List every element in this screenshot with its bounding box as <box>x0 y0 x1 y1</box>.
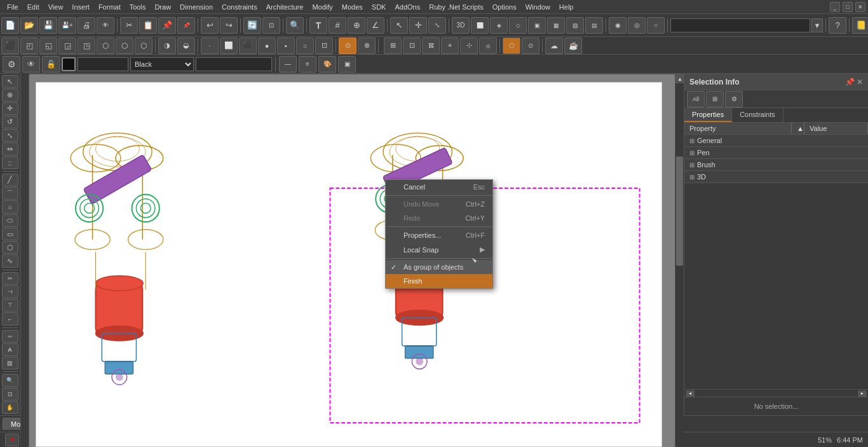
snap2-btn[interactable]: ⊞ <box>384 38 402 54</box>
layer-lock-btn[interactable]: 🔓 <box>42 56 60 72</box>
lt-rect[interactable]: ▭ <box>2 228 18 240</box>
close-button[interactable]: ✕ <box>855 2 865 12</box>
group-pen[interactable]: ⊞ Pen <box>684 147 868 159</box>
view-back[interactable]: ▧ <box>566 17 584 34</box>
menu-edit[interactable]: Edit <box>23 2 44 12</box>
zoom-fit-button[interactable]: ⊡ <box>262 17 280 34</box>
layer2-btn[interactable]: ⊙ <box>522 38 539 54</box>
lt-spline[interactable]: ∿ <box>2 254 18 267</box>
snap5-btn[interactable]: ⌖ <box>441 38 459 54</box>
select-tool[interactable]: ↖ <box>390 17 408 34</box>
ctx-undo[interactable]: Undo Move Ctrl+Z <box>386 197 492 211</box>
refresh-button[interactable]: 🔄 <box>243 17 261 34</box>
snap4-btn[interactable]: ⊠ <box>422 38 440 54</box>
menu-modify[interactable]: Modify <box>308 2 337 12</box>
snap-toggle-btn[interactable]: ✕ <box>5 434 19 446</box>
render3-btn[interactable]: ○ <box>647 17 665 34</box>
copy-button[interactable]: 📋 <box>139 17 157 34</box>
render2-btn[interactable]: ◎ <box>628 17 646 34</box>
lt-zoomwin[interactable]: 🔍 <box>2 374 18 387</box>
view-iso[interactable]: ◇ <box>509 17 527 34</box>
snap-button[interactable]: ⊕ <box>348 17 365 34</box>
redo-button[interactable]: ↪ <box>220 17 238 34</box>
menu-addons[interactable]: AddOns <box>390 2 424 12</box>
render-btn[interactable]: ● <box>258 38 276 54</box>
view-front[interactable]: ▣ <box>528 17 546 34</box>
menu-file[interactable]: File <box>3 2 23 12</box>
lt-arrow[interactable]: ↖ <box>2 75 18 88</box>
cloud-btn[interactable]: ☁ <box>545 38 563 54</box>
view-cube5[interactable]: ◳ <box>78 38 95 54</box>
tab-constraints[interactable]: Constraints <box>732 108 783 122</box>
book-button[interactable]: 📒 <box>852 17 868 34</box>
menu-modes[interactable]: Modes <box>337 2 367 12</box>
undo-button[interactable]: ↩ <box>201 17 219 34</box>
paste-button[interactable]: 📌 <box>158 17 176 34</box>
menu-ruby[interactable]: Ruby .Net Scripts <box>424 2 488 12</box>
right-panel-scrollbar[interactable]: ◄ ► <box>684 389 868 397</box>
grid-button[interactable]: # <box>329 17 346 34</box>
rp-scroll-left[interactable]: ◄ <box>686 390 695 397</box>
linewidth-btn[interactable]: ≡ <box>299 56 316 72</box>
minimize-button[interactable]: _ <box>830 2 840 12</box>
menu-constraints[interactable]: Constraints <box>217 2 262 12</box>
group-general[interactable]: ⊞ General <box>684 135 868 147</box>
ctx-localsnap[interactable]: Local Snap ▶ <box>386 242 492 257</box>
vertical-scrollbar[interactable]: ▲ ▼ <box>675 74 684 447</box>
lt-node[interactable]: ⊕ <box>2 88 18 101</box>
menu-format[interactable]: Format <box>94 2 125 12</box>
lt-fillet[interactable]: ⌐ <box>2 312 18 325</box>
view-cube4[interactable]: ◲ <box>58 38 76 54</box>
view-top[interactable]: ⬜ <box>471 17 489 34</box>
view-right[interactable]: ▦ <box>547 17 565 34</box>
zoom-button[interactable]: 🔍 <box>286 17 304 34</box>
move-tool[interactable]: ✛ <box>409 17 427 34</box>
lt-dim[interactable]: ⇿ <box>2 330 18 343</box>
menu-sdk[interactable]: SDK <box>367 2 391 12</box>
normallines-input[interactable]: Normal Lines <box>670 18 810 32</box>
maximize-button[interactable]: □ <box>843 2 853 12</box>
lt-scale[interactable]: ⤡ <box>2 129 18 142</box>
layer-eye-btn[interactable]: 👁 <box>22 56 40 72</box>
view-persp[interactable]: ◈ <box>490 17 508 34</box>
view-cube8[interactable]: ⬡ <box>135 38 153 54</box>
lt-arc[interactable]: ⌒ <box>2 187 18 200</box>
group-3d[interactable]: ⊞ 3D <box>684 171 868 183</box>
solid-btn[interactable]: ⬛ <box>239 38 257 54</box>
lt-ellipse[interactable]: ⬭ <box>2 214 18 227</box>
linetype-btn[interactable]: — <box>279 56 297 72</box>
deselect-btn[interactable]: ⊗ <box>358 38 376 54</box>
vscroll-thumb[interactable] <box>676 156 683 266</box>
group-brush[interactable]: ⊞ Brush <box>684 159 868 171</box>
view-cube3[interactable]: ◱ <box>39 38 57 54</box>
angle-snap-button[interactable]: ∠ <box>367 17 384 34</box>
shade1-btn[interactable]: ◑ <box>158 38 176 54</box>
save-button[interactable]: 💾 <box>39 17 57 34</box>
lt-offset[interactable]: ⊤ <box>2 299 18 312</box>
render1-btn[interactable]: ◉ <box>609 17 627 34</box>
panel-close-icon[interactable]: ✕ <box>857 78 863 86</box>
tab-properties[interactable]: Properties <box>684 108 732 122</box>
menu-help[interactable]: Help <box>555 2 578 12</box>
lt-move[interactable]: ✛ <box>2 102 18 115</box>
ctx-finish[interactable]: Finish <box>386 274 492 288</box>
lt-array[interactable]: :: <box>2 156 18 169</box>
clip-btn[interactable]: ⊡ <box>315 38 333 54</box>
text-tool[interactable]: T <box>309 17 327 34</box>
printprev-button[interactable]: 👁 <box>97 17 114 34</box>
fill-btn[interactable]: ▣ <box>338 56 356 72</box>
help-button[interactable]: ? <box>829 17 846 34</box>
rp-all-btn[interactable]: All <box>687 91 705 107</box>
select2-btn[interactable]: ⊙ <box>339 38 356 54</box>
view-cube7[interactable]: ⬡ <box>116 38 133 54</box>
ctx-as-group[interactable]: As group of objects <box>386 260 492 274</box>
menu-view[interactable]: View <box>44 2 68 12</box>
layer-color-select[interactable]: Black <box>130 57 194 71</box>
solid2-btn[interactable]: ▪ <box>277 38 295 54</box>
scale-tool[interactable]: ⤡ <box>428 17 446 34</box>
glass-btn[interactable]: ○ <box>296 38 314 54</box>
lt-text[interactable]: A <box>2 343 18 356</box>
menu-tools[interactable]: Tools <box>125 2 151 12</box>
color-btn[interactable]: 🎨 <box>318 56 336 72</box>
coffee-btn[interactable]: ☕ <box>564 38 582 54</box>
